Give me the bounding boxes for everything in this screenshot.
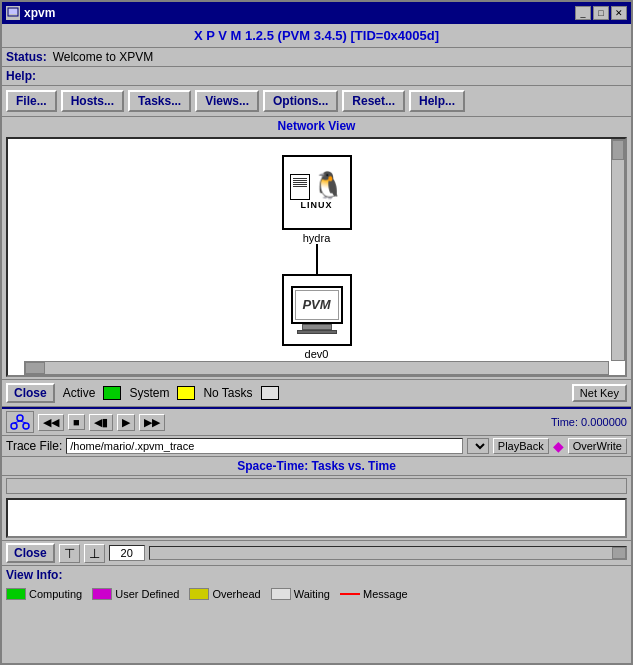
playback-button[interactable]: PlayBack	[493, 438, 549, 454]
network-icon	[6, 411, 34, 433]
node-tree: 🐧 LINUX hydra PVM	[282, 155, 352, 360]
status-value: Welcome to XPVM	[53, 50, 153, 64]
waiting-label: Waiting	[294, 588, 330, 600]
hosts-button[interactable]: Hosts...	[61, 90, 124, 112]
spacetime-scroll-thumb[interactable]	[612, 547, 626, 559]
window-title: xpvm	[24, 6, 55, 20]
help-button[interactable]: Help...	[409, 90, 465, 112]
app-title: X P V M 1.2.5 (PVM 3.4.5) [TID=0x4005d]	[2, 24, 631, 47]
spacetime-title: Space-Time: Tasks vs. Time	[2, 457, 631, 476]
connector-line	[316, 244, 318, 274]
reset-button[interactable]: Reset...	[342, 90, 405, 112]
message-line	[340, 593, 360, 595]
trace-label: Trace File:	[6, 439, 62, 453]
legend-waiting: Waiting	[271, 588, 330, 600]
bottom-toolbar: Close Active System No Tasks Net Key	[2, 379, 631, 407]
maximize-button[interactable]: □	[593, 6, 609, 20]
time-display: Time: 0.000000	[551, 416, 627, 428]
v-scroll-thumb[interactable]	[612, 140, 624, 160]
status-label: Status:	[6, 50, 47, 64]
trace-input[interactable]	[66, 438, 463, 454]
playback-section: ◀◀ ■ ◀▮ ▶ ▶▶ Time: 0.000000 Trace File: …	[2, 407, 631, 604]
help-label: Help:	[6, 69, 36, 83]
spacetime-controls: Close ⊤ ⊥	[2, 540, 631, 565]
user-defined-label: User Defined	[115, 588, 179, 600]
system-label: System	[129, 386, 169, 400]
legend-user-defined: User Defined	[92, 588, 179, 600]
stop-button[interactable]: ■	[68, 414, 85, 430]
file-button[interactable]: File...	[6, 90, 57, 112]
legend: Computing User Defined Overhead Waiting …	[2, 584, 631, 604]
trace-bar: Trace File: PlayBack ◆ OverWrite	[2, 436, 631, 457]
trace-dropdown[interactable]	[467, 438, 489, 454]
node-dev0[interactable]: PVM	[282, 274, 352, 346]
close-spacetime-button[interactable]: Close	[6, 543, 55, 563]
active-label: Active	[63, 386, 96, 400]
legend-overhead: Overhead	[189, 588, 260, 600]
svg-point-3	[11, 423, 17, 429]
user-defined-color	[92, 588, 112, 600]
svg-point-4	[23, 423, 29, 429]
views-button[interactable]: Views...	[195, 90, 259, 112]
no-tasks-indicator	[261, 386, 279, 400]
spacetime-view	[6, 498, 627, 538]
system-indicator	[177, 386, 195, 400]
zoom-input[interactable]	[109, 545, 145, 561]
overhead-color	[189, 588, 209, 600]
playback-controls: ◀◀ ■ ◀▮ ▶ ▶▶ Time: 0.000000	[2, 409, 631, 436]
legend-message: Message	[340, 588, 408, 600]
computing-label: Computing	[29, 588, 82, 600]
svg-line-5	[14, 421, 20, 423]
h-scrollbar[interactable]	[24, 361, 609, 375]
tasks-button[interactable]: Tasks...	[128, 90, 191, 112]
network-view-title: Network View	[2, 117, 631, 135]
rewind-button[interactable]: ◀◀	[38, 414, 64, 431]
app-icon	[6, 6, 20, 20]
titlebar: xpvm _ □ ✕	[2, 2, 631, 24]
scroll-thumb[interactable]	[25, 362, 45, 374]
computing-color	[6, 588, 26, 600]
v-scrollbar[interactable]	[611, 139, 625, 361]
zoom-out-button[interactable]: ⊤	[59, 544, 80, 563]
message-label: Message	[363, 588, 408, 600]
waiting-color	[271, 588, 291, 600]
network-view: 🐧 LINUX hydra PVM	[6, 137, 627, 377]
main-window: xpvm _ □ ✕ X P V M 1.2.5 (PVM 3.4.5) [TI…	[0, 0, 633, 665]
node-hydra[interactable]: 🐧 LINUX	[282, 155, 352, 230]
help-bar: Help:	[2, 67, 631, 86]
view-info-label: View Info:	[2, 565, 631, 584]
dev0-label: dev0	[305, 348, 329, 360]
active-indicator	[103, 386, 121, 400]
status-bar: Status: Welcome to XPVM	[2, 47, 631, 67]
step-forward-button[interactable]: ▶	[117, 414, 135, 431]
close-window-button[interactable]: ✕	[611, 6, 627, 20]
svg-point-2	[17, 415, 23, 421]
net-key-button[interactable]: Net Key	[572, 384, 627, 402]
spacetime-hscroll[interactable]	[6, 478, 627, 494]
legend-computing: Computing	[6, 588, 82, 600]
fast-forward-button[interactable]: ▶▶	[139, 414, 165, 431]
time-label: Time:	[551, 416, 578, 428]
spacetime-scrollbar[interactable]	[149, 546, 627, 560]
diamond-icon: ◆	[553, 438, 564, 454]
svg-line-6	[20, 421, 26, 423]
overhead-label: Overhead	[212, 588, 260, 600]
time-value: 0.000000	[581, 416, 627, 428]
zoom-in-button[interactable]: ⊥	[84, 544, 105, 563]
network-canvas: 🐧 LINUX hydra PVM	[8, 139, 625, 375]
svg-rect-1	[9, 9, 17, 14]
tux-icon: 🐧	[312, 172, 344, 198]
options-button[interactable]: Options...	[263, 90, 338, 112]
minimize-button[interactable]: _	[575, 6, 591, 20]
close-network-button[interactable]: Close	[6, 383, 55, 403]
hydra-label: hydra	[303, 232, 331, 244]
step-back-button[interactable]: ◀▮	[89, 414, 113, 431]
linux-label: LINUX	[301, 200, 333, 210]
no-tasks-label: No Tasks	[203, 386, 252, 400]
overwrite-button[interactable]: OverWrite	[568, 438, 627, 454]
main-toolbar: File... Hosts... Tasks... Views... Optio…	[2, 86, 631, 117]
